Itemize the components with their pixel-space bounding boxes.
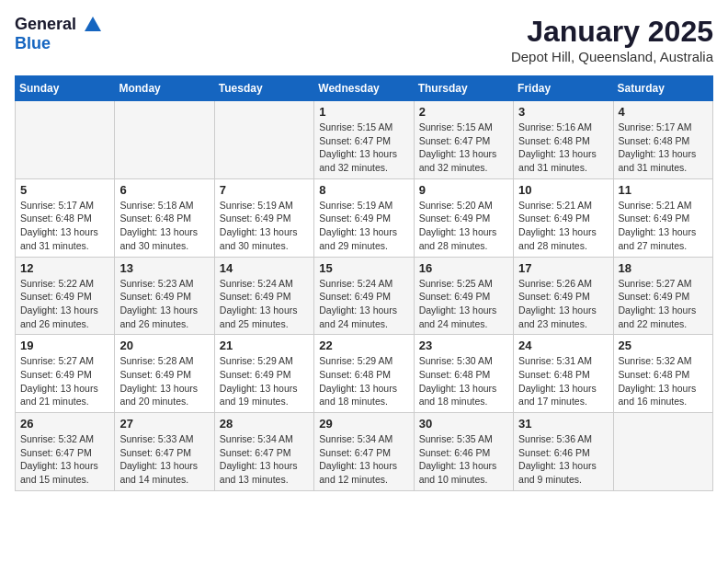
day-info: Sunrise: 5:30 AMSunset: 6:48 PMDaylight:…	[419, 354, 508, 408]
day-info: Sunrise: 5:24 AMSunset: 6:49 PMDaylight:…	[319, 277, 408, 331]
calendar-cell: 8Sunrise: 5:19 AMSunset: 6:49 PMDaylight…	[314, 178, 414, 257]
calendar-cell: 1Sunrise: 5:15 AMSunset: 6:47 PMDaylight…	[314, 101, 414, 179]
calendar-week-row: 12Sunrise: 5:22 AMSunset: 6:49 PMDayligh…	[16, 257, 713, 335]
day-number: 6	[119, 183, 209, 197]
calendar-cell: 16Sunrise: 5:25 AMSunset: 6:49 PMDayligh…	[414, 257, 513, 335]
calendar-cell: 13Sunrise: 5:23 AMSunset: 6:49 PMDayligh…	[115, 257, 214, 335]
day-number: 15	[319, 261, 408, 275]
calendar-cell: 6Sunrise: 5:18 AMSunset: 6:48 PMDaylight…	[115, 178, 214, 257]
title-block: January 2025 Depot Hill, Queensland, Aus…	[511, 15, 713, 64]
day-number: 25	[619, 339, 708, 352]
day-info: Sunrise: 5:18 AMSunset: 6:48 PMDaylight:…	[119, 199, 209, 253]
logo-blue: Blue	[15, 35, 105, 53]
day-number: 23	[419, 339, 508, 352]
day-info: Sunrise: 5:35 AMSunset: 6:46 PMDaylight:…	[419, 432, 508, 487]
calendar-week-row: 5Sunrise: 5:17 AMSunset: 6:48 PMDaylight…	[16, 178, 713, 257]
day-info: Sunrise: 5:23 AMSunset: 6:49 PMDaylight:…	[119, 277, 209, 331]
calendar-week-row: 1Sunrise: 5:15 AMSunset: 6:47 PMDaylight…	[16, 101, 713, 179]
calendar-cell: 23Sunrise: 5:30 AMSunset: 6:48 PMDayligh…	[414, 335, 513, 413]
day-info: Sunrise: 5:31 AMSunset: 6:48 PMDaylight:…	[518, 354, 608, 408]
day-number: 26	[20, 417, 109, 431]
day-info: Sunrise: 5:25 AMSunset: 6:49 PMDaylight:…	[419, 277, 508, 331]
page-header: General Blue January 2025 Depot Hill, Qu…	[15, 15, 713, 64]
calendar-cell: 30Sunrise: 5:35 AMSunset: 6:46 PMDayligh…	[414, 413, 513, 491]
day-info: Sunrise: 5:17 AMSunset: 6:48 PMDaylight:…	[619, 121, 708, 175]
calendar-cell: 5Sunrise: 5:17 AMSunset: 6:48 PMDaylight…	[16, 178, 115, 257]
day-info: Sunrise: 5:32 AMSunset: 6:48 PMDaylight:…	[619, 354, 708, 408]
day-info: Sunrise: 5:27 AMSunset: 6:49 PMDaylight:…	[20, 354, 109, 408]
day-number: 27	[119, 417, 209, 431]
calendar-cell: 4Sunrise: 5:17 AMSunset: 6:48 PMDaylight…	[613, 101, 712, 179]
weekday-header-monday: Monday	[115, 76, 214, 101]
calendar-cell: 15Sunrise: 5:24 AMSunset: 6:49 PMDayligh…	[314, 257, 414, 335]
calendar-cell: 21Sunrise: 5:29 AMSunset: 6:49 PMDayligh…	[214, 335, 313, 413]
day-info: Sunrise: 5:33 AMSunset: 6:47 PMDaylight:…	[119, 432, 209, 487]
day-number: 29	[319, 417, 408, 431]
calendar-body: 1Sunrise: 5:15 AMSunset: 6:47 PMDaylight…	[16, 101, 713, 491]
calendar-cell: 3Sunrise: 5:16 AMSunset: 6:48 PMDaylight…	[514, 101, 613, 179]
calendar-cell: 26Sunrise: 5:32 AMSunset: 6:47 PMDayligh…	[16, 413, 115, 491]
day-number: 28	[220, 417, 309, 431]
weekday-header-wednesday: Wednesday	[314, 76, 414, 101]
logo-icon	[83, 15, 103, 35]
day-info: Sunrise: 5:26 AMSunset: 6:49 PMDaylight:…	[518, 277, 608, 331]
day-info: Sunrise: 5:36 AMSunset: 6:46 PMDaylight:…	[518, 432, 608, 487]
calendar-cell: 12Sunrise: 5:22 AMSunset: 6:49 PMDayligh…	[16, 257, 115, 335]
weekday-header-friday: Friday	[514, 76, 613, 101]
day-info: Sunrise: 5:21 AMSunset: 6:49 PMDaylight:…	[518, 199, 608, 253]
day-info: Sunrise: 5:27 AMSunset: 6:49 PMDaylight:…	[619, 277, 708, 331]
calendar-week-row: 26Sunrise: 5:32 AMSunset: 6:47 PMDayligh…	[16, 413, 713, 491]
weekday-header-tuesday: Tuesday	[214, 76, 313, 101]
day-info: Sunrise: 5:20 AMSunset: 6:49 PMDaylight:…	[419, 199, 508, 253]
calendar-cell: 14Sunrise: 5:24 AMSunset: 6:49 PMDayligh…	[214, 257, 313, 335]
calendar-cell	[214, 101, 313, 179]
calendar-cell: 24Sunrise: 5:31 AMSunset: 6:48 PMDayligh…	[514, 335, 613, 413]
weekday-header-sunday: Sunday	[16, 76, 115, 101]
calendar-cell: 31Sunrise: 5:36 AMSunset: 6:46 PMDayligh…	[514, 413, 613, 491]
day-number: 14	[220, 261, 309, 275]
day-number: 24	[518, 339, 608, 352]
day-info: Sunrise: 5:32 AMSunset: 6:47 PMDaylight:…	[20, 432, 109, 487]
day-number: 4	[619, 105, 708, 119]
day-info: Sunrise: 5:29 AMSunset: 6:49 PMDaylight:…	[220, 354, 309, 408]
day-number: 13	[119, 261, 209, 275]
day-number: 8	[319, 183, 408, 197]
day-info: Sunrise: 5:24 AMSunset: 6:49 PMDaylight:…	[220, 277, 309, 331]
day-info: Sunrise: 5:16 AMSunset: 6:48 PMDaylight:…	[518, 121, 608, 175]
day-number: 31	[518, 417, 608, 431]
day-info: Sunrise: 5:15 AMSunset: 6:47 PMDaylight:…	[319, 121, 408, 175]
day-number: 7	[220, 183, 309, 197]
day-number: 19	[20, 339, 109, 352]
day-number: 2	[419, 105, 508, 119]
day-number: 3	[518, 105, 608, 119]
day-number: 20	[119, 339, 209, 352]
day-number: 5	[20, 183, 109, 197]
calendar-cell: 22Sunrise: 5:29 AMSunset: 6:48 PMDayligh…	[314, 335, 414, 413]
weekday-header-saturday: Saturday	[613, 76, 712, 101]
logo-text: General	[15, 15, 105, 35]
day-info: Sunrise: 5:15 AMSunset: 6:47 PMDaylight:…	[419, 121, 508, 175]
day-number: 9	[419, 183, 508, 197]
day-info: Sunrise: 5:34 AMSunset: 6:47 PMDaylight:…	[319, 432, 408, 487]
weekday-header-thursday: Thursday	[414, 76, 513, 101]
calendar-cell	[613, 413, 712, 491]
calendar-subtitle: Depot Hill, Queensland, Australia	[511, 49, 713, 64]
day-info: Sunrise: 5:28 AMSunset: 6:49 PMDaylight:…	[119, 354, 209, 408]
calendar-cell	[16, 101, 115, 179]
day-info: Sunrise: 5:29 AMSunset: 6:48 PMDaylight:…	[319, 354, 408, 408]
calendar-title: January 2025	[511, 15, 713, 49]
day-number: 16	[419, 261, 508, 275]
calendar-header-row: SundayMondayTuesdayWednesdayThursdayFrid…	[16, 76, 713, 101]
calendar-cell: 11Sunrise: 5:21 AMSunset: 6:49 PMDayligh…	[613, 178, 712, 257]
day-info: Sunrise: 5:17 AMSunset: 6:48 PMDaylight:…	[20, 199, 109, 253]
calendar-cell: 25Sunrise: 5:32 AMSunset: 6:48 PMDayligh…	[613, 335, 712, 413]
calendar-cell: 27Sunrise: 5:33 AMSunset: 6:47 PMDayligh…	[115, 413, 214, 491]
calendar-cell: 19Sunrise: 5:27 AMSunset: 6:49 PMDayligh…	[16, 335, 115, 413]
calendar-cell	[115, 101, 214, 179]
day-info: Sunrise: 5:19 AMSunset: 6:49 PMDaylight:…	[220, 199, 309, 253]
day-number: 11	[619, 183, 708, 197]
calendar-cell: 10Sunrise: 5:21 AMSunset: 6:49 PMDayligh…	[514, 178, 613, 257]
day-number: 21	[220, 339, 309, 352]
day-number: 18	[619, 261, 708, 275]
calendar-cell: 29Sunrise: 5:34 AMSunset: 6:47 PMDayligh…	[314, 413, 414, 491]
